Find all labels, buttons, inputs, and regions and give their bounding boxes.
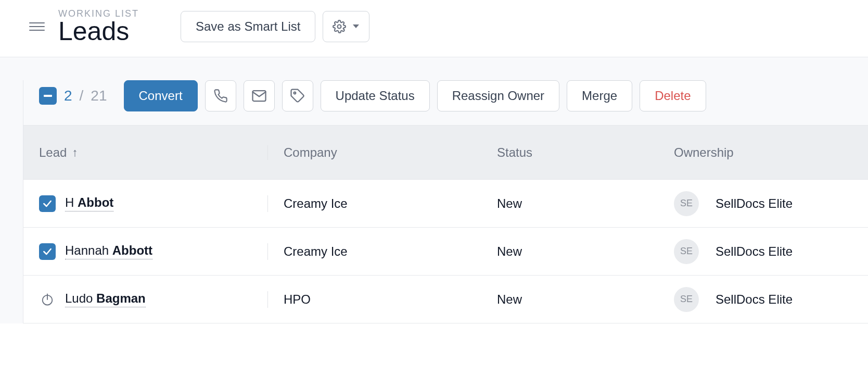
row-checkbox[interactable] bbox=[39, 195, 56, 212]
owner-name: SellDocs Elite bbox=[716, 196, 793, 211]
cell-status: New bbox=[481, 196, 658, 211]
table-header: Lead ↑ Company Status Ownership bbox=[23, 126, 868, 180]
owner-name: SellDocs Elite bbox=[716, 292, 793, 307]
cell-company: Creamy Ice bbox=[268, 196, 481, 211]
sort-asc-icon: ↑ bbox=[72, 146, 78, 159]
cell-status: New bbox=[481, 244, 658, 259]
avatar: SE bbox=[674, 239, 699, 264]
owner-name: SellDocs Elite bbox=[716, 244, 793, 259]
lead-first-name: Hannah bbox=[65, 243, 109, 257]
check-icon bbox=[42, 246, 53, 257]
svg-point-2 bbox=[293, 92, 296, 94]
lead-link[interactable]: H Abbot bbox=[65, 195, 113, 211]
page-header: WORKING LIST Leads Save as Smart List bbox=[0, 0, 868, 57]
lead-first-name: Ludo bbox=[65, 291, 93, 305]
power-icon bbox=[40, 292, 55, 307]
selection-indicator: 2 / 21 bbox=[39, 87, 107, 105]
lead-link[interactable]: Hannah Abbott bbox=[65, 243, 152, 259]
hamburger-icon[interactable] bbox=[29, 19, 45, 34]
lead-last-name: Abbot bbox=[78, 195, 113, 209]
row-checkbox[interactable] bbox=[39, 243, 56, 260]
tag-button[interactable] bbox=[282, 80, 313, 111]
email-button[interactable] bbox=[244, 80, 275, 111]
gear-icon bbox=[333, 20, 346, 33]
column-company[interactable]: Company bbox=[268, 145, 481, 160]
mail-icon bbox=[251, 88, 267, 104]
bulk-toolbar: 2 / 21 Convert bbox=[23, 80, 868, 125]
column-label: Lead bbox=[39, 145, 67, 160]
cell-lead: Hannah Abbott bbox=[23, 243, 268, 260]
lead-link[interactable]: Ludo Bagman bbox=[65, 291, 146, 307]
selection-total: 21 bbox=[91, 88, 107, 104]
chevron-down-icon bbox=[352, 24, 360, 29]
lead-last-name: Bagman bbox=[96, 291, 146, 305]
column-ownership[interactable]: Ownership bbox=[658, 145, 868, 160]
header-actions: Save as Smart List bbox=[181, 11, 369, 42]
cell-company: HPO bbox=[268, 292, 481, 307]
cell-status: New bbox=[481, 292, 658, 307]
cell-lead: Ludo Bagman bbox=[23, 291, 268, 308]
row-checkbox[interactable] bbox=[39, 291, 56, 308]
merge-button[interactable]: Merge bbox=[567, 80, 632, 111]
reassign-owner-button[interactable]: Reassign Owner bbox=[437, 80, 559, 111]
lead-first-name: H bbox=[65, 195, 74, 209]
call-button[interactable] bbox=[205, 80, 236, 111]
list-settings-button[interactable] bbox=[323, 11, 369, 42]
leads-table: Lead ↑ Company Status Ownership H Abbot … bbox=[23, 125, 868, 323]
cell-ownership: SE SellDocs Elite bbox=[658, 191, 868, 216]
svg-point-0 bbox=[338, 24, 341, 28]
avatar: SE bbox=[674, 191, 699, 216]
workspace: 2 / 21 Convert bbox=[0, 57, 868, 323]
table-row: Ludo Bagman HPO New SE SellDocs Elite bbox=[23, 276, 868, 323]
lead-last-name: Abbott bbox=[112, 243, 152, 257]
table-row: H Abbot Creamy Ice New SE SellDocs Elite bbox=[23, 180, 868, 228]
avatar: SE bbox=[674, 287, 699, 312]
column-lead[interactable]: Lead ↑ bbox=[23, 145, 268, 160]
convert-button[interactable]: Convert bbox=[124, 80, 198, 111]
check-icon bbox=[42, 198, 53, 209]
page-title: Leads bbox=[58, 18, 139, 44]
cell-lead: H Abbot bbox=[23, 195, 268, 212]
selection-divider: / bbox=[80, 88, 84, 104]
delete-button[interactable]: Delete bbox=[640, 80, 706, 111]
cell-ownership: SE SellDocs Elite bbox=[658, 239, 868, 264]
table-row: Hannah Abbott Creamy Ice New SE SellDocs… bbox=[23, 228, 868, 276]
selection-count: 2 bbox=[64, 88, 72, 104]
title-block: WORKING LIST Leads bbox=[58, 8, 139, 44]
update-status-button[interactable]: Update Status bbox=[321, 80, 430, 111]
indeterminate-checkbox[interactable] bbox=[39, 87, 57, 105]
cell-company: Creamy Ice bbox=[268, 244, 481, 259]
tag-icon bbox=[290, 88, 305, 104]
column-status[interactable]: Status bbox=[481, 145, 658, 160]
save-smart-list-button[interactable]: Save as Smart List bbox=[181, 11, 315, 42]
phone-icon bbox=[213, 89, 228, 103]
cell-ownership: SE SellDocs Elite bbox=[658, 287, 868, 312]
